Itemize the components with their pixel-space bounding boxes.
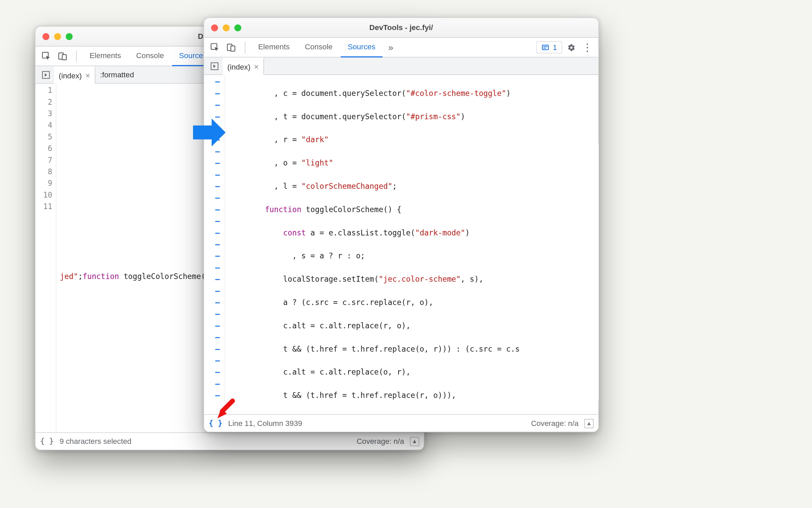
file-tabs: (index) ×	[204, 57, 598, 75]
file-tab-index[interactable]: (index) ×	[223, 57, 264, 75]
svg-rect-6	[231, 46, 235, 51]
file-tab-label: :formatted	[100, 70, 134, 79]
file-tab-label: (index)	[228, 62, 250, 71]
tab-elements[interactable]: Elements	[251, 37, 297, 57]
tab-overflow[interactable]: »	[384, 42, 398, 53]
svg-rect-2	[62, 54, 66, 59]
collapse-icon[interactable]: ▲	[584, 418, 594, 428]
devtools-window-right: DevTools - jec.fyi/ Elements Console Sou…	[204, 18, 599, 432]
file-tab-formatted[interactable]: :formatted	[95, 66, 139, 83]
collapse-icon[interactable]: ▲	[410, 437, 420, 446]
show-navigator-icon[interactable]	[38, 67, 54, 83]
close-icon[interactable]: ×	[254, 63, 259, 71]
annotation-arrow-down-left-icon	[215, 399, 236, 420]
minimize-icon[interactable]	[54, 33, 61, 40]
code-editor[interactable]: ––––– ––––– ––––– ––––– ––––– ––– , c = …	[204, 75, 598, 414]
file-tab-index[interactable]: (index) ×	[54, 66, 95, 84]
file-tab-label: (index)	[59, 71, 82, 80]
code-content[interactable]: , c = document.querySelector("#color-sch…	[225, 75, 598, 414]
inspect-icon[interactable]	[208, 40, 223, 55]
close-icon[interactable]: ×	[85, 72, 90, 80]
status-bar: { } 9 characters selected Coverage: n/a …	[35, 432, 424, 450]
titlebar: DevTools - jec.fyi/	[204, 18, 598, 37]
close-icon[interactable]	[43, 33, 50, 40]
tab-console[interactable]: Console	[129, 46, 171, 66]
line-gutter: 1 2 3 4 5 6 7 8 9 10 11	[35, 84, 56, 432]
tab-console[interactable]: Console	[298, 37, 339, 57]
show-navigator-icon[interactable]	[207, 58, 223, 74]
inspect-icon[interactable]	[39, 49, 54, 64]
status-text: 9 characters selected	[59, 437, 132, 446]
device-toggle-icon[interactable]	[224, 40, 239, 55]
svg-rect-7	[542, 45, 548, 50]
tab-sources[interactable]: Sources	[341, 37, 382, 57]
device-toggle-icon[interactable]	[55, 49, 70, 64]
tab-elements[interactable]: Elements	[82, 46, 128, 66]
issues-count: 1	[553, 43, 557, 52]
issues-icon	[541, 43, 549, 51]
status-bar: { } Line 11, Column 3939 Coverage: n/a ▲	[204, 414, 598, 432]
minimize-icon[interactable]	[223, 24, 230, 31]
cursor-position: Line 11, Column 3939	[228, 419, 302, 428]
kebab-icon[interactable]: ⋮	[580, 40, 595, 55]
pretty-print-icon[interactable]: { }	[40, 437, 54, 446]
coverage-text: Coverage: n/a	[357, 437, 404, 446]
zoom-icon[interactable]	[66, 33, 73, 40]
gear-icon[interactable]	[564, 40, 579, 55]
window-title: DevTools - jec.fyi/	[204, 23, 598, 32]
main-toolbar: Elements Console Sources » 1 ⋮	[204, 38, 598, 57]
close-icon[interactable]	[211, 24, 218, 31]
annotation-arrow-right-icon	[192, 115, 227, 150]
zoom-icon[interactable]	[234, 24, 241, 31]
issues-button[interactable]: 1	[536, 41, 562, 53]
pretty-print-icon[interactable]: { }	[209, 419, 222, 428]
coverage-text: Coverage: n/a	[531, 419, 578, 428]
